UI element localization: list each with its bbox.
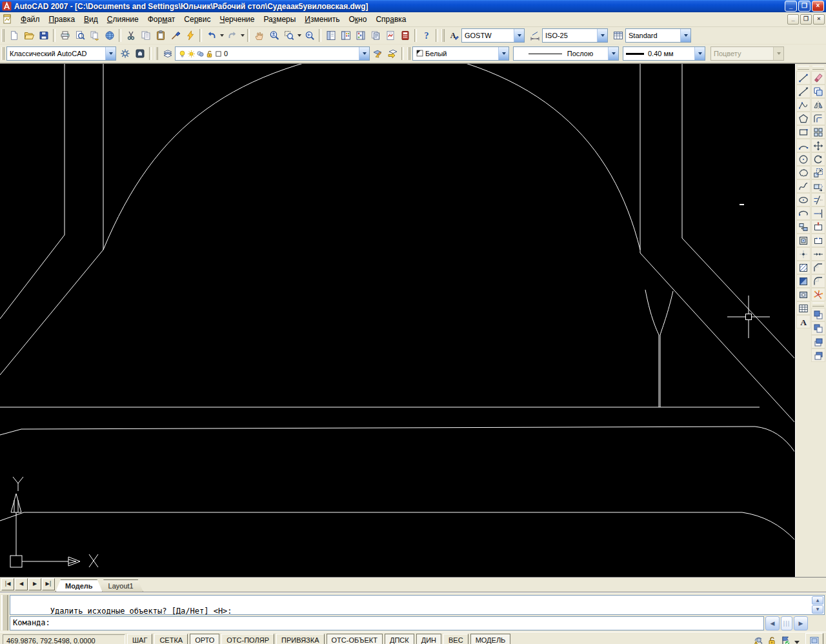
- text-style-icon[interactable]: A: [447, 28, 461, 43]
- modify-fillet-button[interactable]: [811, 274, 825, 288]
- menu-изменить[interactable]: Изменить: [300, 13, 344, 26]
- menu-формат[interactable]: Формат: [143, 13, 180, 26]
- minimize-button[interactable]: _: [785, 1, 797, 12]
- markup-button[interactable]: [383, 28, 398, 43]
- draw-polygon-button[interactable]: [796, 112, 811, 125]
- scroll-up-button[interactable]: ▲: [812, 596, 823, 605]
- toggle-орто[interactable]: ОРТО: [190, 634, 219, 644]
- child-minimize-button[interactable]: _: [787, 14, 799, 25]
- child-restore-button[interactable]: ❐: [800, 14, 812, 25]
- scroll-down-button[interactable]: ▼: [812, 605, 823, 614]
- dim-style-combo[interactable]: ISO-25: [542, 28, 608, 43]
- toolbar-grip[interactable]: [155, 47, 158, 60]
- toggle-отс-поляр[interactable]: ОТС-ПОЛЯР: [221, 634, 274, 644]
- modify-mirror-button[interactable]: [811, 98, 825, 112]
- draw-spline-button[interactable]: [796, 179, 811, 193]
- table-style-combo[interactable]: Standard: [625, 28, 691, 43]
- designcenter-button[interactable]: [338, 28, 353, 43]
- toolbar-grip[interactable]: [812, 66, 824, 70]
- redo-button[interactable]: [225, 28, 239, 43]
- menu-правка[interactable]: Правка: [45, 13, 80, 26]
- tray-menu-arrow[interactable]: [793, 635, 801, 644]
- draw-region-button[interactable]: [796, 288, 811, 301]
- tab-nav-first-button[interactable]: |◀: [1, 578, 14, 590]
- plot-button[interactable]: [57, 28, 72, 43]
- draw-arc-button[interactable]: [796, 139, 811, 152]
- layer-manager-icon[interactable]: [160, 46, 175, 61]
- restore-button[interactable]: ❐: [798, 1, 811, 12]
- draw-ellipse-button[interactable]: [796, 193, 811, 206]
- toolbar-grip[interactable]: [441, 29, 445, 42]
- blockedit-button[interactable]: [183, 28, 197, 43]
- text-style-combo[interactable]: GOSTW: [461, 28, 525, 43]
- toolbar-grip[interactable]: [1, 47, 5, 60]
- draw-xline-button[interactable]: [796, 85, 811, 98]
- menu-размеры[interactable]: Размеры: [259, 13, 300, 26]
- drawing-canvas[interactable]: [0, 64, 796, 577]
- layer-freeze-icon[interactable]: [187, 50, 196, 58]
- menu-справка[interactable]: Справка: [371, 13, 410, 26]
- standards-check-icon[interactable]: [780, 635, 791, 644]
- modify-join-button[interactable]: [811, 247, 825, 261]
- draworder-under-button[interactable]: [811, 348, 825, 362]
- modify-scale-button[interactable]: [811, 166, 825, 179]
- scroll-left-button[interactable]: ◀: [765, 616, 780, 630]
- modify-breakpt-button[interactable]: [811, 220, 825, 234]
- make-object-layer-current-icon[interactable]: [370, 46, 385, 61]
- toolbar-lock-icon[interactable]: [766, 635, 778, 644]
- draw-table-button[interactable]: [796, 301, 811, 315]
- modify-offset-button[interactable]: [811, 112, 825, 125]
- modify-chamfer-button[interactable]: [811, 261, 825, 274]
- layer-combo[interactable]: 0: [175, 46, 370, 61]
- draw-mtext-button[interactable]: A: [796, 315, 811, 328]
- pan-button[interactable]: [252, 28, 267, 43]
- draworder-to-front-button[interactable]: [811, 308, 825, 321]
- draw-hatch-button[interactable]: [796, 261, 811, 274]
- toggle-привязка[interactable]: ПРИВЯЗКА: [276, 634, 324, 644]
- publish-button[interactable]: [87, 28, 102, 43]
- draworder-to-back-button[interactable]: [811, 321, 825, 335]
- toggle-отс-объект[interactable]: ОТС-ОБЪЕКТ: [327, 634, 383, 644]
- linetype-combo[interactable]: Послою: [513, 46, 619, 61]
- my-workspace-icon[interactable]: [132, 46, 147, 61]
- copy-button[interactable]: [138, 28, 153, 43]
- zoom-window-button[interactable]: [281, 28, 296, 43]
- matchprop-button[interactable]: [168, 28, 183, 43]
- toggle-дин[interactable]: ДИН: [416, 634, 441, 644]
- paste-button[interactable]: [153, 28, 168, 43]
- open-button[interactable]: [21, 28, 36, 43]
- modify-rotate-button[interactable]: [811, 152, 825, 166]
- communication-center-icon[interactable]: [752, 635, 764, 644]
- menu-черчение[interactable]: Черчение: [215, 13, 259, 26]
- scroll-right-button[interactable]: ▶: [794, 616, 808, 630]
- layer-on-icon[interactable]: [178, 50, 186, 58]
- web-button[interactable]: [102, 28, 117, 43]
- draw-makeblock-button[interactable]: [796, 234, 811, 247]
- modify-copyobj-button[interactable]: [811, 85, 825, 98]
- close-button[interactable]: ×: [812, 1, 824, 12]
- layer-lock-icon[interactable]: [205, 50, 214, 58]
- toolbar-grip[interactable]: [1, 29, 5, 42]
- undo-dropdown-arrow[interactable]: [219, 28, 225, 43]
- toolbar-grip[interactable]: [798, 66, 809, 70]
- menu-файл[interactable]: Файл: [16, 13, 45, 26]
- modify-move-button[interactable]: [811, 139, 825, 152]
- layer-vp-freeze-icon[interactable]: [196, 50, 205, 58]
- undo-button[interactable]: [204, 28, 219, 43]
- modify-erase-button[interactable]: [811, 71, 825, 85]
- color-combo[interactable]: Белый: [412, 46, 509, 61]
- child-close-button[interactable]: ×: [813, 14, 825, 25]
- command-window-grip[interactable]: [1, 595, 8, 630]
- modify-extend-button[interactable]: [811, 206, 825, 220]
- command-history[interactable]: Удалить исходные объекты? [Да/Нет] <Н>: …: [10, 595, 825, 615]
- draw-revcloud-button[interactable]: [796, 166, 811, 179]
- draw-insertblock-button[interactable]: [796, 220, 811, 234]
- menu-слияние[interactable]: Слияние: [103, 13, 143, 26]
- dim-style-icon[interactable]: [527, 28, 542, 43]
- command-input[interactable]: Команда:: [10, 616, 764, 630]
- title-bar[interactable]: AutoCAD 2007 - [C:\Documents and Setting…: [0, 0, 826, 12]
- tab-scroll-track[interactable]: [143, 581, 826, 590]
- draw-circle-button[interactable]: [796, 152, 811, 166]
- layer-previous-icon[interactable]: [385, 46, 399, 61]
- preview-button[interactable]: [72, 28, 87, 43]
